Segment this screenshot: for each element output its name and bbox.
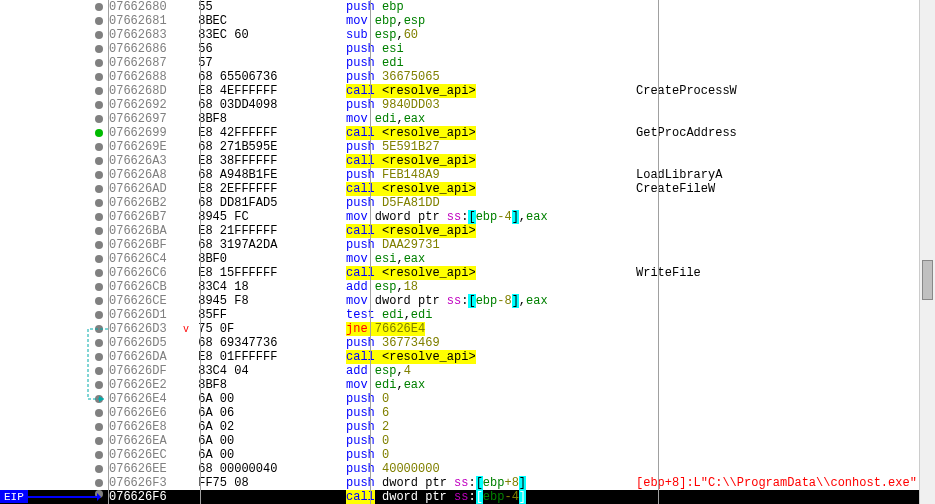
breakpoint-dot[interactable] — [95, 143, 103, 151]
disasm-row[interactable]: 07662680 55push ebp — [0, 0, 935, 14]
breakpoint-dot[interactable] — [95, 3, 103, 11]
gutter[interactable] — [0, 241, 109, 249]
disasm-row[interactable]: 07662697 8BF8mov edi,eax — [0, 112, 935, 126]
breakpoint-dot[interactable] — [95, 479, 103, 487]
gutter[interactable] — [0, 143, 109, 151]
disasm-row[interactable]: 076626EE 68 00000040push 40000000 — [0, 462, 935, 476]
disasm-row[interactable]: 07662699 E8 42FFFFFFcall <resolve_api>Ge… — [0, 126, 935, 140]
breakpoint-dot[interactable] — [95, 339, 103, 347]
breakpoint-dot[interactable] — [95, 451, 103, 459]
disasm-row[interactable]: 076626BF 68 3197A2DApush DAA29731 — [0, 238, 935, 252]
breakpoint-dot[interactable] — [95, 367, 103, 375]
disasm-row[interactable]: 076626C6 E8 15FFFFFFcall <resolve_api>Wr… — [0, 266, 935, 280]
breakpoint-dot[interactable] — [95, 17, 103, 25]
disasm-row[interactable]: 076626DA E8 01FFFFFFcall <resolve_api> — [0, 350, 935, 364]
gutter[interactable] — [0, 185, 109, 193]
disasm-row[interactable]: EIP076626F6 FF55 FCcall dword ptr ss:[eb… — [0, 490, 935, 504]
disasm-row[interactable]: 076626DF 83C4 04add esp,4 — [0, 364, 935, 378]
gutter[interactable] — [0, 199, 109, 207]
gutter[interactable] — [0, 157, 109, 165]
breakpoint-dot[interactable] — [95, 381, 103, 389]
breakpoint-dot[interactable] — [95, 423, 103, 431]
breakpoint-dot[interactable] — [95, 45, 103, 53]
breakpoint-dot[interactable] — [95, 59, 103, 67]
breakpoint-dot[interactable] — [95, 227, 103, 235]
breakpoint-dot[interactable] — [95, 325, 103, 333]
scrollbar-thumb[interactable] — [922, 260, 933, 300]
breakpoint-dot[interactable] — [95, 283, 103, 291]
gutter[interactable] — [0, 325, 109, 333]
disasm-row[interactable]: 076626C4 8BF0mov esi,eax — [0, 252, 935, 266]
gutter[interactable] — [0, 297, 109, 305]
disassembly-panel[interactable]: 07662680 55push ebp07662681 8BECmov ebp,… — [0, 0, 935, 504]
breakpoint-dot[interactable] — [95, 353, 103, 361]
disasm-row[interactable]: 076626D3v 75 0Fjne 76626E4 — [0, 322, 935, 336]
breakpoint-dot[interactable] — [95, 297, 103, 305]
disasm-row[interactable]: 076626B2 68 DD81FAD5push D5FA81DD — [0, 196, 935, 210]
disasm-row[interactable]: 076626E8 6A 02push 2 — [0, 420, 935, 434]
disasm-row[interactable]: 076626CB 83C4 18add esp,18 — [0, 280, 935, 294]
breakpoint-dot[interactable] — [95, 129, 103, 137]
disasm-row[interactable]: 076626EC 6A 00push 0 — [0, 448, 935, 462]
gutter[interactable] — [0, 87, 109, 95]
breakpoint-dot[interactable] — [95, 395, 103, 403]
disasm-row[interactable]: 076626CE 8945 F8mov dword ptr ss:[ebp-8]… — [0, 294, 935, 308]
breakpoint-dot[interactable] — [95, 199, 103, 207]
gutter[interactable] — [0, 451, 109, 459]
gutter[interactable] — [0, 115, 109, 123]
gutter[interactable] — [0, 3, 109, 11]
gutter[interactable] — [0, 479, 109, 487]
breakpoint-dot[interactable] — [95, 115, 103, 123]
disasm-row[interactable]: 0766268D E8 4EFFFFFFcall <resolve_api>Cr… — [0, 84, 935, 98]
vertical-scrollbar[interactable] — [919, 0, 935, 504]
disasm-row[interactable]: 076626D5 68 69347736push 36773469 — [0, 336, 935, 350]
gutter[interactable] — [0, 255, 109, 263]
disasm-row[interactable]: 07662681 8BECmov ebp,esp — [0, 14, 935, 28]
breakpoint-dot[interactable] — [95, 241, 103, 249]
breakpoint-dot[interactable] — [95, 311, 103, 319]
gutter[interactable] — [0, 423, 109, 431]
breakpoint-dot[interactable] — [95, 269, 103, 277]
disasm-row[interactable]: 076626E6 6A 06push 6 — [0, 406, 935, 420]
gutter[interactable] — [0, 31, 109, 39]
gutter[interactable] — [0, 465, 109, 473]
breakpoint-dot[interactable] — [95, 255, 103, 263]
gutter[interactable] — [0, 59, 109, 67]
breakpoint-dot[interactable] — [95, 87, 103, 95]
gutter[interactable] — [0, 213, 109, 221]
disasm-row[interactable]: 07662687 57push edi — [0, 56, 935, 70]
gutter[interactable] — [0, 171, 109, 179]
disasm-row[interactable]: 07662688 68 65506736push 36675065 — [0, 70, 935, 84]
gutter[interactable] — [0, 17, 109, 25]
disasm-row[interactable]: 076626E4 6A 00push 0 — [0, 392, 935, 406]
disasm-row[interactable]: 076626AD E8 2EFFFFFFcall <resolve_api>Cr… — [0, 182, 935, 196]
gutter[interactable] — [0, 395, 109, 403]
gutter[interactable] — [0, 129, 109, 137]
gutter[interactable] — [0, 73, 109, 81]
breakpoint-dot[interactable] — [95, 465, 103, 473]
breakpoint-dot[interactable] — [95, 73, 103, 81]
disasm-row[interactable]: 07662692 68 03DD4098push 9840DD03 — [0, 98, 935, 112]
gutter[interactable] — [0, 45, 109, 53]
gutter[interactable] — [0, 367, 109, 375]
gutter[interactable] — [0, 437, 109, 445]
breakpoint-dot[interactable] — [95, 185, 103, 193]
gutter[interactable]: EIP — [0, 490, 109, 504]
disasm-row[interactable]: 076626A3 E8 38FFFFFFcall <resolve_api> — [0, 154, 935, 168]
gutter[interactable] — [0, 269, 109, 277]
disasm-row[interactable]: 076626BA E8 21FFFFFFcall <resolve_api> — [0, 224, 935, 238]
breakpoint-dot[interactable] — [95, 157, 103, 165]
disasm-row[interactable]: 07662686 56push esi — [0, 42, 935, 56]
gutter[interactable] — [0, 227, 109, 235]
disasm-row[interactable]: 076626EA 6A 00push 0 — [0, 434, 935, 448]
disasm-row[interactable]: 07662683 83EC 60sub esp,60 — [0, 28, 935, 42]
gutter[interactable] — [0, 381, 109, 389]
disasm-row[interactable]: 076626E2 8BF8mov edi,eax — [0, 378, 935, 392]
breakpoint-dot[interactable] — [95, 101, 103, 109]
breakpoint-dot[interactable] — [95, 213, 103, 221]
gutter[interactable] — [0, 283, 109, 291]
disasm-row[interactable]: 0766269E 68 271B595Epush 5E591B27 — [0, 140, 935, 154]
breakpoint-dot[interactable] — [95, 409, 103, 417]
breakpoint-dot[interactable] — [95, 437, 103, 445]
gutter[interactable] — [0, 101, 109, 109]
